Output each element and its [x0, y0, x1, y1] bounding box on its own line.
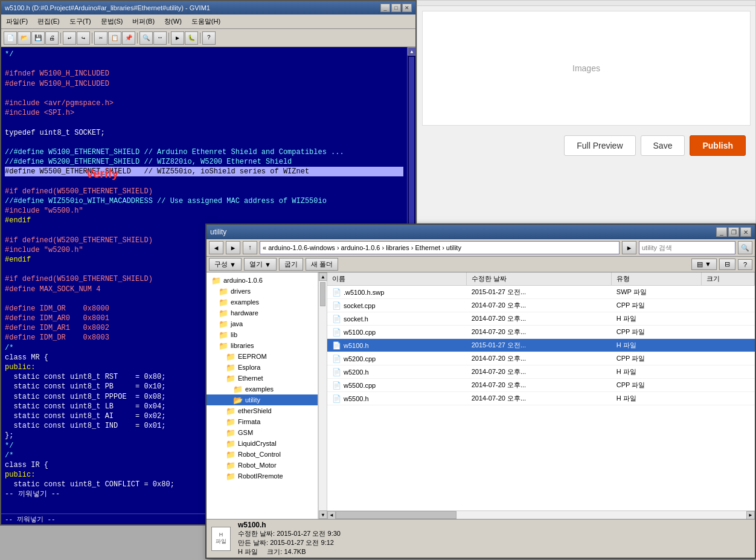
vim-menu-edit[interactable]: 편집(E) — [33, 16, 65, 27]
table-row[interactable]: 📄.w5100.h.swp2015-01-27 오전...SWP 파일 — [327, 286, 755, 299]
nav-forward-btn[interactable]: ▶ — [226, 241, 240, 254]
tree-scrollbar[interactable]: ▲ ▼ — [318, 272, 327, 519]
file-icon: 📄 — [332, 381, 341, 390]
vim-menu-tools[interactable]: 도구(T) — [65, 16, 96, 27]
tree-item[interactable]: 📁GSM — [207, 427, 318, 438]
tree-item[interactable]: 📁hardware — [207, 307, 318, 318]
open-btn[interactable]: 열기 ▼ — [244, 258, 277, 271]
file-name-text: socket.cpp — [344, 302, 376, 309]
table-row[interactable]: 📄w5500.h2014-07-20 오후...H 파일 — [327, 392, 755, 405]
vim-menu-help[interactable]: 도움말(H) — [187, 16, 225, 27]
tree-item[interactable]: 📁examples — [207, 384, 318, 394]
nav-back-btn[interactable]: ◀ — [209, 241, 223, 254]
vim-minimize-btn[interactable]: _ — [380, 4, 390, 12]
explorer-minimize-btn[interactable]: _ — [716, 227, 727, 237]
table-row[interactable]: 📄socket.h2014-07-20 오후...H 파일 — [327, 312, 755, 326]
vim-maximize-btn[interactable]: □ — [391, 4, 401, 12]
help-btn[interactable]: ? — [738, 259, 752, 270]
tree-scroll-down[interactable]: ▼ — [319, 510, 327, 519]
code-line: //#define WIZ550io_WITH_MACADDRESS // Us… — [5, 196, 403, 206]
tree-item[interactable]: 📁Robot_Motor — [207, 460, 318, 471]
status-size: 크기: 14.7KB — [267, 548, 306, 555]
toolbar-redo[interactable]: ↪ — [77, 31, 90, 45]
toolbar-copy[interactable]: 📋 — [108, 31, 121, 45]
burn-btn[interactable]: 굽기 — [279, 258, 303, 271]
search-btn[interactable]: 🔍 — [738, 241, 752, 254]
vim-close-btn[interactable]: ✕ — [402, 4, 412, 12]
tree-item[interactable]: 📁examples — [207, 297, 318, 307]
explorer-addressbar[interactable]: « arduino-1.0.6-windows › arduino-1.0.6 … — [260, 241, 620, 254]
toolbar-replace[interactable]: ↔ — [153, 31, 167, 45]
tree-scroll-thumb[interactable] — [320, 282, 325, 306]
tree-item[interactable]: 📁lib — [207, 329, 318, 340]
vim-menu-buffer[interactable]: 버퍼(B) — [127, 16, 159, 27]
toolbar-run[interactable]: ▶ — [171, 31, 184, 45]
file-size-cell — [702, 352, 755, 365]
toolbar-sep3 — [137, 33, 138, 43]
tree-item[interactable]: 📂utility — [207, 394, 318, 405]
folder-icon: 📁 — [226, 374, 235, 382]
table-row[interactable]: 📄w5100.cpp2014-07-20 오후...CPP 파일 — [327, 326, 755, 339]
explorer-search-input[interactable] — [639, 241, 735, 254]
col-name[interactable]: 이름 — [327, 272, 467, 286]
tree-item[interactable]: 📁EEPROM — [207, 351, 318, 362]
toolbar-print[interactable]: 🖨 — [45, 31, 59, 45]
status-type: H 파일 — [238, 548, 258, 555]
toolbar-new[interactable]: 📄 — [4, 31, 17, 45]
hscroll-thumb[interactable] — [336, 511, 456, 519]
toolbar-save[interactable]: 💾 — [31, 31, 45, 45]
toolbar-find[interactable]: 🔍 — [139, 31, 153, 45]
tree-item[interactable]: 📁java — [207, 318, 318, 329]
tree-item[interactable]: 📁etherShield — [207, 405, 318, 416]
col-modified[interactable]: 수정한 날짜 — [467, 272, 612, 286]
tree-item[interactable]: 📁Firmata — [207, 416, 318, 427]
publish-button[interactable]: Publish — [690, 135, 746, 156]
file-name-text: w5100.cpp — [344, 329, 376, 336]
nav-go-btn[interactable]: ▶ — [622, 241, 636, 254]
organize-btn[interactable]: 구성 ▼ — [209, 258, 242, 271]
toolbar-help[interactable]: ? — [202, 31, 216, 45]
table-row[interactable]: 📄socket.cpp2014-07-20 오후...CPP 파일 — [327, 299, 755, 312]
new-folder-btn[interactable]: 새 폴더 — [306, 258, 338, 271]
col-size[interactable]: 크기 — [702, 272, 755, 286]
hscroll-left[interactable]: ◀ — [327, 511, 336, 520]
tree-item[interactable]: 📁libraries — [207, 340, 318, 351]
files-hscrollbar[interactable]: ◀ ▶ — [327, 510, 755, 519]
col-type[interactable]: 유형 — [612, 272, 702, 286]
hscroll-right[interactable]: ▶ — [746, 511, 755, 520]
tree-item[interactable]: 📁RobotIRremote — [207, 471, 318, 481]
tree-item[interactable]: 📁Robot_Control — [207, 449, 318, 460]
toolbar-undo[interactable]: ↩ — [63, 31, 76, 45]
nav-up-btn[interactable]: ↑ — [243, 241, 257, 254]
table-row[interactable]: 📄w5500.cpp2014-07-20 오후...CPP 파일 — [327, 379, 755, 392]
tree-scroll-up[interactable]: ▲ — [319, 272, 327, 281]
full-preview-button[interactable]: Full Preview — [564, 135, 635, 156]
blog-images-area[interactable]: Images — [422, 11, 751, 126]
table-row[interactable]: 📄w5200.h2014-07-20 오후...H 파일 — [327, 365, 755, 379]
explorer-close-btn[interactable]: ✕ — [740, 227, 751, 237]
explorer-toolbar2: 구성 ▼ 열기 ▼ 굽기 새 폴더 ▤ ▼ ⊟ ? — [207, 257, 755, 272]
tree-item-label: etherShield — [238, 407, 272, 414]
vim-menu-syntax[interactable]: 문법(S) — [96, 16, 128, 27]
vim-scroll-up[interactable]: ▲ — [408, 47, 415, 56]
view-options-btn[interactable]: ▤ ▼ — [691, 259, 717, 270]
code-line — [5, 118, 403, 127]
tree-item[interactable]: 📁arduino-1.0.6 — [207, 275, 318, 286]
preview-pane-btn[interactable]: ⊟ — [719, 259, 735, 270]
tree-item[interactable]: 📁LiquidCrystal — [207, 438, 318, 449]
save-button[interactable]: Save — [641, 135, 685, 156]
toolbar-paste[interactable]: 📌 — [122, 31, 135, 45]
toolbar-cut[interactable]: ✂ — [94, 31, 107, 45]
folder-icon: 📁 — [226, 407, 235, 415]
explorer-restore-btn[interactable]: ❐ — [728, 227, 739, 237]
vim-menu-file[interactable]: 파일(F) — [1, 16, 33, 27]
table-row[interactable]: 📄w5200.cpp2014-07-20 오후...CPP 파일 — [327, 352, 755, 365]
vim-menu-window[interactable]: 창(W) — [159, 16, 187, 27]
explorer-titlebar: utility _ ❐ ✕ — [207, 225, 755, 239]
tree-item[interactable]: 📁Esplora — [207, 362, 318, 373]
toolbar-debug[interactable]: 🐛 — [185, 31, 198, 45]
table-row[interactable]: 📄w5100.h2015-01-27 오전...H 파일 — [327, 339, 755, 352]
toolbar-open[interactable]: 📂 — [18, 31, 31, 45]
tree-item[interactable]: 📁drivers — [207, 286, 318, 297]
tree-item[interactable]: 📁Ethernet — [207, 373, 318, 384]
